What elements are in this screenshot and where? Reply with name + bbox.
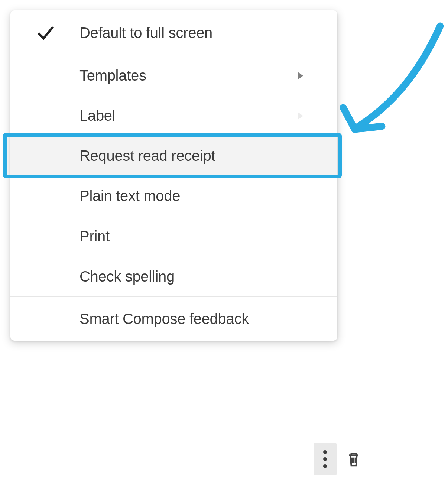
- menu-item-print[interactable]: Print: [10, 216, 337, 256]
- check-icon: [35, 23, 56, 43]
- menu-item-label: Label: [79, 107, 115, 124]
- menu-item-label: Plain text mode: [79, 188, 180, 204]
- menu-item-smart-compose-feedback[interactable]: Smart Compose feedback: [10, 297, 337, 341]
- menu-item-default-fullscreen[interactable]: Default to full screen: [10, 10, 337, 55]
- annotation-arrow-icon: [323, 15, 448, 149]
- menu-item-label: Print: [79, 228, 110, 245]
- submenu-arrow-icon: [298, 112, 303, 120]
- menu-item-label[interactable]: Label: [10, 95, 337, 136]
- menu-item-label: Default to full screen: [79, 25, 212, 41]
- kebab-menu-icon: [323, 450, 327, 468]
- trash-icon: [344, 449, 363, 469]
- more-options-button[interactable]: [314, 443, 337, 475]
- menu-item-check-spelling[interactable]: Check spelling: [10, 256, 337, 296]
- menu-item-label: Request read receipt: [79, 147, 215, 164]
- menu-item-label: Smart Compose feedback: [79, 311, 249, 327]
- more-options-menu: Default to full screen Templates Label R…: [10, 10, 337, 341]
- menu-item-label: Check spelling: [79, 268, 175, 285]
- menu-item-plain-text-mode[interactable]: Plain text mode: [10, 176, 337, 216]
- menu-item-request-read-receipt[interactable]: Request read receipt: [10, 136, 337, 176]
- menu-item-label: Templates: [79, 67, 146, 84]
- compose-toolbar: [314, 443, 364, 475]
- submenu-arrow-icon: [298, 72, 303, 79]
- menu-item-templates[interactable]: Templates: [10, 55, 337, 95]
- discard-draft-button[interactable]: [343, 449, 364, 470]
